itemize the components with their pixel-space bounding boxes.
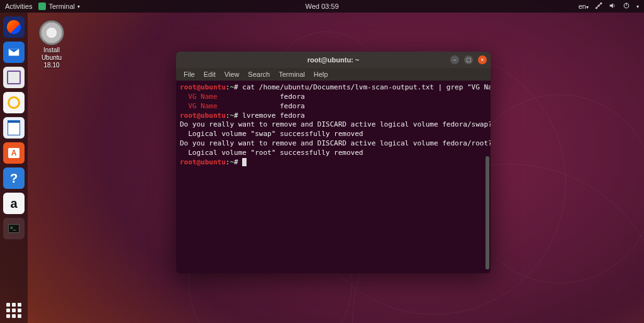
amazon-icon: a [10, 196, 17, 211]
dock-firefox[interactable] [3, 16, 25, 38]
dock-ubuntu-software[interactable] [3, 142, 25, 164]
prompt-hash: # [234, 111, 238, 120]
window-title: root@ubuntu: ~ [308, 56, 360, 64]
terminal-cursor [242, 158, 247, 166]
terminal-line: cat /home/ubuntu/Documents/lvm-scan-outp… [242, 83, 491, 91]
system-menu-chevron-icon[interactable]: ▾ [636, 4, 639, 9]
input-source-indicator[interactable]: en▾ [579, 3, 589, 10]
desktop-install-ubuntu[interactable]: Install Ubuntu 18.10 [34, 20, 69, 69]
wallpaper-swirl [465, 94, 644, 283]
app-menu[interactable]: Terminal ▾ [38, 3, 80, 10]
menu-terminal[interactable]: Terminal [275, 69, 309, 79]
dock-rhythmbox[interactable] [3, 92, 25, 113]
terminal-icon [8, 224, 19, 233]
prompt-user: root@ubuntu [180, 111, 226, 120]
clock[interactable]: Wed 03:59 [305, 3, 338, 10]
dock-terminal[interactable] [3, 218, 25, 239]
help-icon: ? [10, 171, 18, 186]
menu-file[interactable]: File [180, 69, 199, 79]
window-titlebar[interactable]: root@ubuntu: ~ – ▢ × [176, 52, 491, 68]
terminal-line: fedora [218, 93, 305, 101]
chevron-down-icon: ▾ [77, 4, 80, 9]
terminal-window: root@ubuntu: ~ – ▢ × File Edit View Sear… [176, 52, 491, 273]
window-close-button[interactable]: × [478, 55, 487, 64]
thunderbird-icon [7, 45, 21, 59]
network-icon[interactable] [595, 2, 602, 11]
terminal-line: fedora [218, 102, 305, 110]
prompt-hash: # [234, 83, 238, 91]
terminal-line: VG Name [180, 102, 218, 110]
terminal-line: Logical volume "swap" successfully remov… [180, 130, 363, 138]
input-source-label: en [579, 3, 586, 10]
app-menu-label: Terminal [48, 3, 75, 10]
terminal-line: Do you really want to remove and DISCARD… [180, 120, 491, 128]
dock-thunderbird[interactable] [3, 42, 25, 63]
window-maximize-button[interactable]: ▢ [464, 55, 473, 64]
rhythmbox-icon [8, 96, 20, 109]
software-icon [8, 148, 19, 158]
prompt-user: root@ubuntu [180, 158, 226, 166]
dock: ? a [0, 13, 28, 323]
terminal-line: Do you really want to remove and DISCARD… [180, 139, 491, 147]
prompt-hash: # [234, 158, 238, 166]
terminal-viewport[interactable]: root@ubuntu:~# cat /home/ubuntu/Document… [176, 81, 491, 273]
menu-help[interactable]: Help [310, 69, 332, 79]
power-icon[interactable] [623, 2, 630, 11]
volume-icon[interactable] [609, 2, 616, 11]
terminal-menubar: File Edit View Search Terminal Help [176, 68, 491, 81]
terminal-scrollbar[interactable] [486, 156, 489, 269]
terminal-icon [38, 3, 46, 10]
prompt-user: root@ubuntu [180, 83, 226, 91]
firefox-icon [7, 20, 21, 34]
dock-files[interactable] [3, 67, 25, 88]
menu-edit[interactable]: Edit [200, 69, 219, 79]
writer-icon [8, 120, 20, 135]
cd-icon [39, 20, 64, 45]
menu-view[interactable]: View [221, 69, 243, 79]
show-applications-button[interactable] [6, 303, 21, 318]
terminal-line: Logical volume "root" successfully remov… [180, 149, 363, 157]
dock-amazon[interactable]: a [3, 193, 25, 214]
terminal-line: VG Name [180, 93, 218, 101]
gnome-top-bar: Activities Terminal ▾ Wed 03:59 en▾ ▾ [0, 0, 644, 13]
desktop-icon-label: Install Ubuntu 18.10 [34, 47, 69, 69]
dock-libreoffice-writer[interactable] [3, 117, 25, 139]
terminal-line: lvremove fedora [242, 111, 304, 120]
menu-search[interactable]: Search [244, 69, 274, 79]
window-minimize-button[interactable]: – [450, 55, 459, 64]
dock-help[interactable]: ? [3, 167, 25, 189]
activities-button[interactable]: Activities [5, 3, 32, 10]
